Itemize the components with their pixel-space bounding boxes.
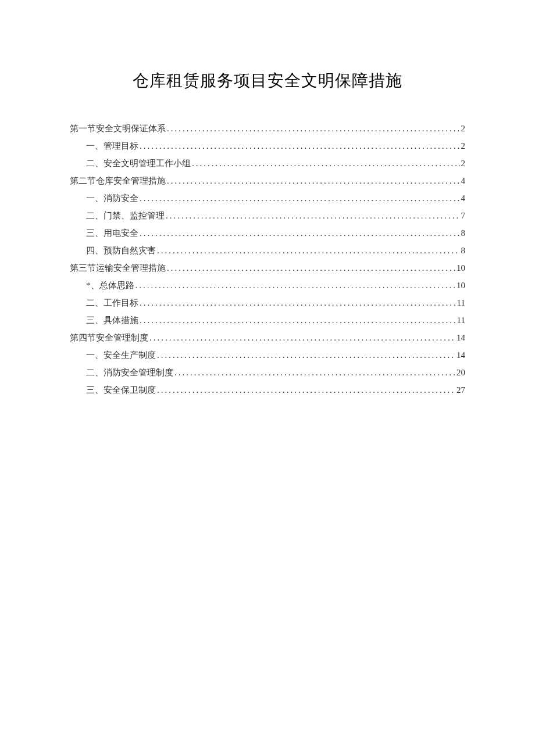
- toc-entry: 三、安全保卫制度27: [70, 381, 465, 399]
- toc-entry: 一、管理目标2: [70, 137, 465, 155]
- toc-entry: 二、工作目标11: [70, 294, 465, 311]
- toc-entry-label: 一、安全生产制度: [86, 346, 156, 364]
- toc-entry-page: 4: [460, 189, 466, 207]
- toc-entry-page: 27: [455, 381, 465, 399]
- toc-entry: 一、安全生产制度14: [70, 346, 465, 364]
- toc-entry-page: 2: [460, 155, 466, 172]
- toc-entry-page: 2: [460, 120, 466, 137]
- toc-entry-label: *、总体思路: [86, 277, 134, 294]
- toc-entry-label: 第一节安全文明保证体系: [70, 120, 166, 137]
- toc-leader-dots: [138, 311, 456, 329]
- toc-entry-label: 二、消防安全管理制度: [86, 364, 173, 381]
- toc-entry-label: 二、门禁、监控管理: [86, 207, 165, 224]
- toc-entry: 二、门禁、监控管理7: [70, 207, 465, 224]
- toc-entry: 二、安全文明管理工作小组2: [70, 155, 465, 172]
- toc-leader-dots: [138, 189, 460, 207]
- toc-entry-label: 一、消防安全: [86, 189, 138, 207]
- table-of-contents: 第一节安全文明保证体系2一、管理目标2二、安全文明管理工作小组2第二节仓库安全管…: [70, 120, 465, 399]
- toc-entry-label: 二、安全文明管理工作小组: [86, 155, 191, 172]
- toc-entry: *、总体思路10: [70, 277, 465, 294]
- toc-leader-dots: [156, 242, 460, 259]
- toc-leader-dots: [134, 277, 456, 294]
- toc-leader-dots: [166, 259, 455, 277]
- toc-entry-label: 三、具体措施: [86, 311, 138, 329]
- toc-entry-page: 7: [460, 207, 466, 224]
- toc-entry-label: 三、用电安全: [86, 224, 138, 242]
- toc-entry-page: 10: [455, 259, 465, 277]
- toc-entry: 一、消防安全4: [70, 189, 465, 207]
- toc-entry: 第三节运输安全管理措施10: [70, 259, 465, 277]
- toc-entry-label: 第四节安全管理制度: [70, 329, 148, 346]
- toc-entry-label: 第二节仓库安全管理措施: [70, 172, 166, 189]
- toc-entry-page: 10: [455, 277, 465, 294]
- toc-leader-dots: [166, 120, 460, 137]
- document-title: 仓库租赁服务项目安全文明保障措施: [70, 70, 465, 92]
- toc-entry: 第四节安全管理制度14: [70, 329, 465, 346]
- toc-entry-page: 8: [460, 242, 466, 259]
- toc-entry-label: 四、预防自然灾害: [86, 242, 156, 259]
- toc-entry-label: 第三节运输安全管理措施: [70, 259, 166, 277]
- toc-entry-label: 一、管理目标: [86, 137, 138, 155]
- document-page: 仓库租赁服务项目安全文明保障措施 第一节安全文明保证体系2一、管理目标2二、安全…: [0, 0, 535, 399]
- toc-entry-label: 三、安全保卫制度: [86, 381, 156, 399]
- toc-entry: 三、具体措施11: [70, 311, 465, 329]
- toc-leader-dots: [166, 172, 460, 189]
- toc-leader-dots: [148, 329, 455, 346]
- toc-entry-page: 2: [460, 137, 466, 155]
- toc-leader-dots: [156, 381, 455, 399]
- toc-entry-page: 4: [460, 172, 466, 189]
- toc-entry: 二、消防安全管理制度20: [70, 364, 465, 381]
- toc-leader-dots: [191, 155, 460, 172]
- toc-entry-page: 14: [455, 346, 465, 364]
- toc-leader-dots: [138, 294, 456, 311]
- toc-leader-dots: [165, 207, 460, 224]
- toc-entry: 四、预防自然灾害8: [70, 242, 465, 259]
- toc-entry-page: 8: [460, 224, 466, 242]
- toc-entry-page: 11: [456, 294, 465, 311]
- toc-leader-dots: [138, 137, 460, 155]
- toc-entry-page: 11: [456, 311, 465, 329]
- toc-entry-label: 二、工作目标: [86, 294, 138, 311]
- toc-leader-dots: [138, 224, 460, 242]
- toc-entry: 第一节安全文明保证体系2: [70, 120, 465, 137]
- toc-entry: 三、用电安全8: [70, 224, 465, 242]
- toc-entry-page: 14: [455, 329, 465, 346]
- toc-entry: 第二节仓库安全管理措施4: [70, 172, 465, 189]
- toc-entry-page: 20: [455, 364, 465, 381]
- toc-leader-dots: [156, 346, 455, 364]
- toc-leader-dots: [173, 364, 455, 381]
